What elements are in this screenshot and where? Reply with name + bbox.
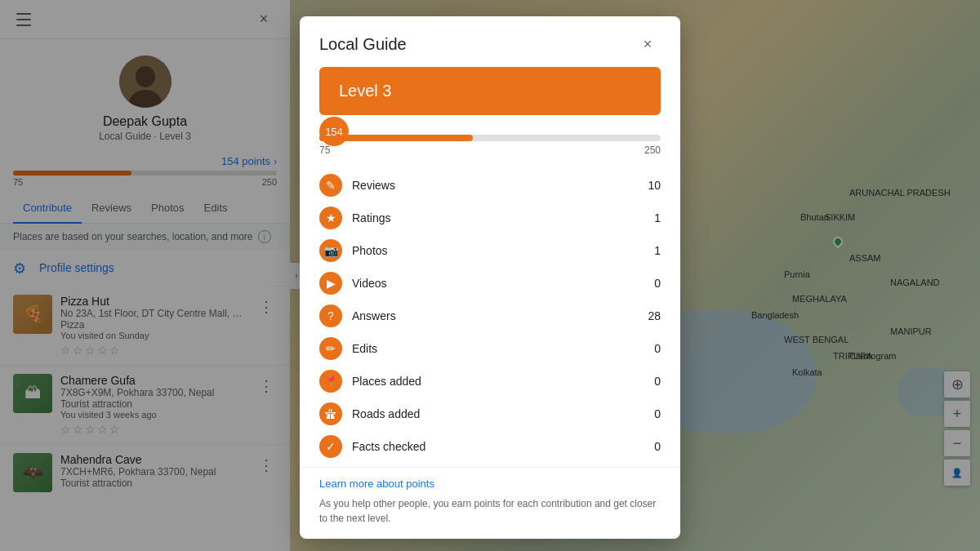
footer-description: As you help other people, you earn point…: [319, 496, 661, 526]
stat-value: 1: [641, 244, 661, 257]
stat-label: Videos: [352, 277, 631, 290]
stat-value: 0: [641, 342, 661, 355]
stats-list: ✎Reviews10★Ratings1📷Photos1▶Videos0?Answ…: [300, 162, 680, 467]
modal-progress-max: 250: [644, 144, 661, 156]
stat-label: Roads added: [352, 407, 631, 420]
stat-row: ✏Edits0: [319, 332, 661, 365]
modal-overlay[interactable]: Local Guide × Level 3 154 75 250 ✎Review…: [0, 0, 980, 551]
stat-value: 0: [641, 407, 661, 420]
stat-value: 0: [641, 277, 661, 290]
stat-icon: ?: [319, 304, 342, 327]
stat-value: 0: [641, 375, 661, 388]
stat-icon: 🛣: [319, 402, 342, 425]
stat-icon: ✓: [319, 435, 342, 458]
stat-row: ?Answers28: [319, 300, 661, 332]
local-guide-modal: Local Guide × Level 3 154 75 250 ✎Review…: [300, 16, 680, 539]
stat-label: Edits: [352, 342, 631, 355]
modal-header: Local Guide ×: [300, 16, 680, 67]
stat-value: 28: [641, 309, 661, 322]
modal-title: Local Guide: [319, 35, 407, 54]
stat-label: Answers: [352, 309, 631, 322]
score-bubble: 154: [319, 117, 349, 146]
stat-row: 🛣Roads added0: [319, 398, 661, 430]
level-text: Level 3: [339, 82, 392, 100]
modal-progress-section: 154 75 250: [300, 128, 680, 162]
modal-progress-min: 75: [319, 144, 330, 156]
stat-label: Photos: [352, 244, 631, 257]
stat-icon: 📷: [319, 239, 342, 262]
stat-row: ✎Reviews10: [319, 169, 661, 202]
stat-row: 📍Places added0: [319, 365, 661, 398]
modal-progress-labels: 75 250: [319, 144, 661, 156]
stat-icon: ▶: [319, 272, 342, 295]
level-banner: Level 3: [319, 67, 661, 115]
stat-label: Reviews: [352, 179, 631, 192]
modal-close-button[interactable]: ×: [635, 31, 661, 57]
learn-more-link[interactable]: Learn more about points: [319, 478, 661, 490]
stat-label: Places added: [352, 375, 631, 388]
stat-icon: ✏: [319, 337, 342, 360]
modal-footer: Learn more about points As you help othe…: [300, 467, 680, 539]
modal-progress-bg: [319, 135, 661, 141]
stat-row: 📷Photos1: [319, 234, 661, 267]
stat-row: ▶Videos0: [319, 267, 661, 300]
stat-label: Facts checked: [352, 440, 631, 453]
stat-value: 0: [641, 440, 661, 453]
stat-label: Ratings: [352, 211, 631, 224]
stat-row: ✓Facts checked0: [319, 430, 661, 463]
stat-row: ★Ratings1: [319, 202, 661, 234]
stat-value: 1: [641, 211, 661, 224]
stat-icon: 📍: [319, 370, 342, 393]
stat-value: 10: [641, 179, 661, 192]
stat-icon: ✎: [319, 174, 342, 197]
stat-icon: ★: [319, 207, 342, 229]
